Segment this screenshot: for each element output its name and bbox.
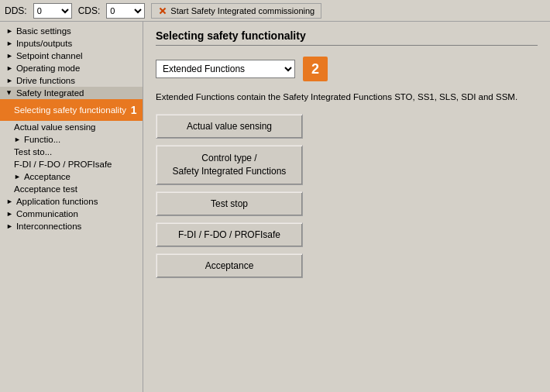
- arrow-icon: ►: [6, 198, 13, 205]
- acceptance-button[interactable]: Acceptance: [156, 253, 303, 278]
- badge-2: 2: [303, 57, 328, 81]
- sidebar-item-drive-functions[interactable]: ► Drive functions: [0, 74, 143, 87]
- sidebar-item-label: Test sto...: [14, 147, 52, 156]
- arrow-icon: ►: [14, 173, 21, 181]
- start-btn-label: Start Safety Integrated commissioning: [170, 6, 315, 15]
- content-area: Selecting safety functionality Extended …: [143, 22, 550, 392]
- sidebar-item-label: F-DI / F-DO / PROFIsafe: [14, 160, 112, 169]
- dds-label: DDS:: [5, 5, 27, 16]
- test-stop-button[interactable]: Test stop: [156, 191, 303, 216]
- info-text: Extended Functions contain the Safety In…: [156, 91, 538, 103]
- sidebar-item-setpoint-channel[interactable]: ► Setpoint channel: [0, 50, 143, 62]
- sidebar-item-label: Interconnections: [16, 222, 81, 231]
- sidebar-item-label: Acceptance test: [14, 184, 77, 194]
- sidebar-item-label: Functio...: [24, 135, 60, 144]
- sidebar-item-functional-modules[interactable]: ► Functio...: [0, 133, 143, 146]
- main-layout: ► Basic settings ► Inputs/outputs ► Setp…: [0, 22, 550, 392]
- arrow-icon: ►: [6, 222, 13, 230]
- fdi-fdo-button[interactable]: F-DI / F-DO / PROFIsafe: [156, 222, 303, 247]
- dropdown-row: Extended Functions 2: [156, 57, 538, 81]
- sidebar-item-safety-integrated[interactable]: ► Safety Integrated: [0, 87, 143, 99]
- x-icon: [158, 6, 167, 15]
- sidebar: ► Basic settings ► Inputs/outputs ► Setp…: [0, 22, 143, 392]
- sidebar-item-selecting-safety[interactable]: Selecting safety functionality 1: [0, 99, 143, 121]
- cds-label: CDS:: [78, 5, 101, 16]
- dds-select[interactable]: 0: [33, 3, 72, 19]
- sidebar-item-actual-value-sensing[interactable]: Actual value sensing: [0, 121, 143, 133]
- control-type-line2: Safety Integrated Functions: [173, 166, 287, 177]
- badge-1: 1: [129, 101, 138, 119]
- sidebar-item-label: Application functions: [16, 197, 98, 206]
- sidebar-item-acceptance[interactable]: ► Acceptance: [0, 170, 143, 183]
- sidebar-item-label: Setpoint channel: [16, 51, 83, 60]
- sidebar-item-basic-settings[interactable]: ► Basic settings: [0, 25, 143, 37]
- arrow-icon: ►: [6, 40, 13, 47]
- arrow-icon: ►: [5, 90, 13, 97]
- sidebar-item-test-stop[interactable]: Test sto...: [0, 146, 143, 158]
- sidebar-item-inputs-outputs[interactable]: ► Inputs/outputs: [0, 37, 143, 50]
- control-type-button[interactable]: Control type / Safety Integrated Functio…: [156, 145, 303, 185]
- sidebar-item-operating-mode[interactable]: ► Operating mode: [0, 62, 143, 74]
- arrow-icon: ►: [6, 52, 13, 60]
- cds-select[interactable]: 0: [106, 3, 145, 19]
- sidebar-item-label: Drive functions: [16, 76, 75, 85]
- top-bar: DDS: 0 CDS: 0 Start Safety Integrated co…: [0, 0, 550, 22]
- start-commissioning-button[interactable]: Start Safety Integrated commissioning: [151, 3, 321, 19]
- actual-value-sensing-button[interactable]: Actual value sensing: [156, 114, 303, 139]
- sidebar-item-label: Acceptance: [24, 172, 70, 181]
- sidebar-item-interconnections[interactable]: ► Interconnections: [0, 220, 143, 232]
- sidebar-item-label: Actual value sensing: [14, 122, 95, 132]
- arrow-icon: ►: [6, 210, 13, 218]
- sidebar-item-label: Communication: [16, 209, 78, 218]
- sidebar-item-acceptance-test[interactable]: Acceptance test: [0, 183, 143, 195]
- sidebar-item-label: Operating mode: [16, 64, 80, 73]
- arrow-icon: ►: [14, 136, 21, 143]
- arrow-icon: ►: [6, 27, 13, 35]
- sidebar-item-label: Inputs/outputs: [16, 39, 72, 48]
- arrow-icon: ►: [6, 77, 13, 84]
- sidebar-item-label: Safety Integrated: [16, 88, 84, 98]
- section-title: Selecting safety functionality: [156, 29, 538, 46]
- sidebar-item-label: Basic settings: [16, 26, 71, 36]
- sidebar-item-fdi-fdo[interactable]: F-DI / F-DO / PROFIsafe: [0, 158, 143, 170]
- function-select[interactable]: Extended Functions: [156, 60, 295, 78]
- sidebar-item-application-functions[interactable]: ► Application functions: [0, 195, 143, 208]
- sidebar-item-label: Selecting safety functionality: [14, 105, 126, 115]
- arrow-icon: ►: [6, 64, 13, 72]
- sidebar-item-communication[interactable]: ► Communication: [0, 208, 143, 220]
- control-type-line1: Control type /: [201, 153, 256, 163]
